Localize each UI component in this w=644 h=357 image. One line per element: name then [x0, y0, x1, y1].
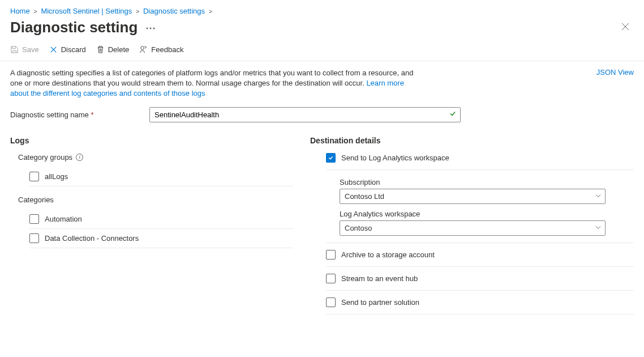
discard-button[interactable]: Discard [49, 44, 86, 55]
subscription-select[interactable]: Contoso Ltd [340, 189, 606, 204]
delete-button[interactable]: Delete [96, 44, 130, 55]
all-logs-checkbox[interactable] [29, 172, 39, 181]
logs-heading: Logs [10, 136, 293, 145]
archive-storage-checkbox[interactable] [326, 250, 336, 260]
stream-event-hub-label: Stream to an event hub [341, 274, 418, 283]
json-view-link[interactable]: JSON View [596, 68, 634, 76]
archive-storage-label: Archive to a storage account [341, 250, 435, 259]
info-icon[interactable]: i [76, 154, 83, 161]
send-log-analytics-checkbox[interactable] [326, 153, 336, 163]
category-groups-label: Category groups i [18, 153, 293, 162]
destination-heading: Destination details [310, 136, 634, 145]
categories-label: Categories [18, 196, 293, 204]
breadcrumb-diagnostic-settings[interactable]: Diagnostic settings [143, 7, 205, 15]
feedback-icon [139, 45, 148, 54]
chevron-right-icon: > [209, 8, 212, 15]
workspace-label: Log Analytics workspace [340, 210, 634, 218]
svg-point-0 [141, 46, 144, 50]
setting-name-input[interactable] [149, 107, 461, 122]
page-title-text: Diagnostic setting [10, 19, 138, 36]
workspace-select[interactable]: Contoso [340, 220, 606, 236]
send-partner-checkbox[interactable] [326, 298, 336, 307]
more-icon[interactable]: ⋯ [143, 22, 157, 34]
close-button[interactable] [617, 20, 634, 35]
category-groups-text: Category groups [18, 153, 72, 162]
send-log-analytics-label: Send to Log Analytics workspace [341, 154, 449, 162]
save-button[interactable]: Save [10, 44, 39, 55]
breadcrumb-sentinel-settings[interactable]: Microsoft Sentinel | Settings [41, 7, 132, 15]
page-title: Diagnostic setting ⋯ [10, 19, 157, 36]
chevron-right-icon: > [136, 8, 139, 15]
feedback-button[interactable]: Feedback [139, 44, 183, 55]
discard-icon [49, 45, 58, 54]
description-text: A diagnostic setting specifies a list of… [10, 68, 423, 99]
data-collection-label: Data Collection - Connectors [45, 234, 139, 243]
save-label: Save [22, 45, 39, 54]
save-icon [10, 45, 19, 54]
all-logs-label: allLogs [45, 172, 68, 181]
data-collection-checkbox[interactable] [29, 233, 39, 243]
subscription-label: Subscription [340, 178, 634, 186]
chevron-right-icon: > [33, 8, 37, 15]
automation-checkbox[interactable] [29, 214, 39, 224]
breadcrumb-home[interactable]: Home [10, 7, 30, 15]
delete-label: Delete [108, 45, 130, 54]
description-body: A diagnostic setting specifies a list of… [10, 69, 413, 87]
required-indicator: * [91, 110, 93, 119]
feedback-label: Feedback [151, 45, 183, 54]
stream-event-hub-checkbox[interactable] [326, 274, 336, 283]
breadcrumb: Home > Microsoft Sentinel | Settings > D… [0, 0, 644, 15]
delete-icon [96, 45, 105, 54]
discard-label: Discard [61, 45, 86, 54]
setting-name-label-text: Diagnostic setting name [10, 110, 89, 119]
setting-name-label: Diagnostic setting name * [10, 110, 149, 119]
send-partner-label: Send to partner solution [341, 298, 419, 307]
close-icon [621, 23, 629, 31]
toolbar: Save Discard Delete Feedback [0, 41, 644, 61]
automation-label: Automation [45, 215, 82, 223]
